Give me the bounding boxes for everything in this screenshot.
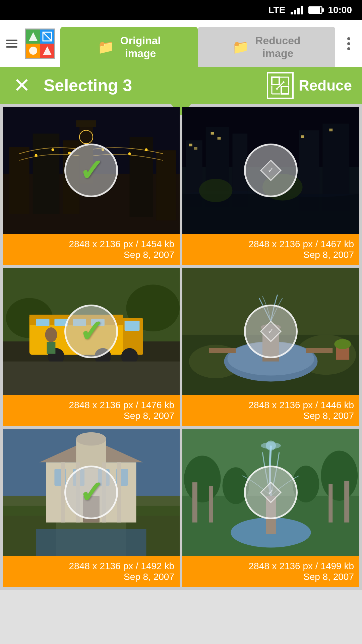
svg-rect-42 bbox=[329, 128, 333, 131]
image-dimensions: 2848 x 2136 px / 1492 kb bbox=[8, 561, 174, 572]
svg-point-77 bbox=[334, 339, 351, 349]
svg-rect-6 bbox=[281, 87, 289, 94]
svg-rect-38 bbox=[194, 147, 197, 150]
selecting-count-label: Selecting 3 bbox=[44, 76, 257, 95]
reduce-label: Reduce bbox=[299, 77, 352, 94]
image-info: 2848 x 2136 px / 1499 kbSep 8, 2007 bbox=[182, 556, 359, 587]
svg-marker-0 bbox=[29, 32, 38, 41]
svg-rect-39 bbox=[211, 132, 214, 135]
svg-point-28 bbox=[128, 152, 131, 155]
folder-icon-reduced: 📁 bbox=[232, 39, 249, 55]
selection-overlay: ✓ bbox=[64, 466, 118, 519]
close-icon: ✕ bbox=[13, 75, 30, 96]
tab-reduced[interactable]: 📁 Reducedimage bbox=[198, 27, 335, 67]
image-date: Sep 8, 2007 bbox=[8, 250, 174, 260]
reduce-button[interactable]: Reduce bbox=[267, 72, 352, 99]
image-grid: ✓2848 x 2136 px / 1454 kbSep 8, 2007 ✓ 2… bbox=[0, 104, 362, 590]
image-date: Sep 8, 2007 bbox=[8, 572, 174, 582]
svg-rect-59 bbox=[125, 321, 140, 331]
svg-rect-114 bbox=[209, 486, 213, 523]
unselected-icon: ✓ bbox=[257, 318, 284, 345]
image-info: 2848 x 2136 px / 1476 kbSep 8, 2007 bbox=[3, 395, 180, 426]
svg-text:✓: ✓ bbox=[267, 487, 274, 496]
svg-rect-37 bbox=[189, 144, 192, 146]
tab-original[interactable]: 📁 Originalimage bbox=[60, 27, 198, 67]
more-options-button[interactable] bbox=[335, 20, 362, 67]
svg-point-23 bbox=[79, 130, 93, 144]
signal-icon bbox=[291, 6, 303, 14]
svg-rect-54 bbox=[36, 319, 50, 326]
app-logo bbox=[23, 27, 57, 60]
svg-rect-65 bbox=[47, 342, 56, 354]
svg-text:✓: ✓ bbox=[267, 165, 274, 174]
image-info: 2848 x 2136 px / 1446 kbSep 8, 2007 bbox=[182, 395, 359, 426]
svg-rect-75 bbox=[306, 348, 333, 353]
svg-rect-97 bbox=[36, 529, 146, 556]
unselected-icon: ✓ bbox=[257, 157, 284, 184]
svg-point-111 bbox=[261, 442, 281, 449]
svg-point-29 bbox=[145, 148, 147, 151]
svg-rect-63 bbox=[3, 362, 180, 395]
tab-reduced-label: Reducedimage bbox=[255, 34, 300, 60]
svg-point-44 bbox=[199, 179, 233, 202]
svg-rect-112 bbox=[192, 482, 197, 523]
svg-point-105 bbox=[321, 450, 358, 500]
selection-overlay: ✓ bbox=[64, 144, 118, 197]
image-dimensions: 2848 x 2136 px / 1446 kb bbox=[188, 400, 354, 411]
unselected-icon: ✓ bbox=[257, 479, 284, 506]
image-date: Sep 8, 2007 bbox=[8, 411, 174, 421]
image-date: Sep 8, 2007 bbox=[188, 572, 354, 582]
svg-point-91 bbox=[76, 432, 106, 446]
image-cell[interactable]: ✓ 2848 x 2136 px / 1446 kbSep 8, 2007 bbox=[182, 268, 359, 426]
image-date: Sep 8, 2007 bbox=[188, 250, 354, 260]
image-cell[interactable]: ✓2848 x 2136 px / 1454 kbSep 8, 2007 bbox=[3, 107, 180, 265]
svg-marker-12 bbox=[283, 81, 285, 84]
battery-icon bbox=[308, 6, 322, 14]
svg-rect-20 bbox=[156, 150, 176, 220]
network-type: LTE bbox=[268, 5, 286, 15]
image-info: 2848 x 2136 px / 1467 kbSep 8, 2007 bbox=[182, 234, 359, 265]
checkmark-selected-icon: ✓ bbox=[79, 477, 104, 507]
selection-overlay: ✓ bbox=[244, 305, 298, 358]
svg-marker-4 bbox=[43, 46, 52, 55]
hamburger-button[interactable] bbox=[0, 20, 23, 67]
svg-rect-40 bbox=[218, 137, 221, 140]
svg-marker-13 bbox=[276, 88, 278, 90]
image-dimensions: 2848 x 2136 px / 1476 kb bbox=[8, 400, 174, 411]
selection-overlay: ✓ bbox=[244, 144, 298, 197]
image-dimensions: 2848 x 2136 px / 1467 kb bbox=[188, 239, 354, 250]
svg-point-104 bbox=[184, 455, 221, 502]
selection-toolbar: ✕ Selecting 3 Reduce bbox=[0, 67, 362, 104]
svg-rect-16 bbox=[9, 147, 29, 214]
selection-overlay: ✓ bbox=[244, 466, 298, 519]
folder-icon-original: 📁 bbox=[98, 39, 114, 55]
svg-point-24 bbox=[35, 154, 38, 157]
status-bar: LTE 10:00 bbox=[0, 0, 362, 20]
svg-text:✓: ✓ bbox=[267, 326, 274, 335]
svg-rect-113 bbox=[344, 481, 349, 523]
svg-line-2 bbox=[43, 32, 52, 41]
svg-rect-19 bbox=[130, 137, 153, 217]
svg-line-11 bbox=[277, 82, 284, 89]
svg-point-3 bbox=[29, 47, 37, 55]
svg-point-64 bbox=[45, 327, 57, 342]
checkmark-selected-icon: ✓ bbox=[79, 316, 104, 346]
svg-rect-17 bbox=[33, 133, 60, 214]
svg-rect-115 bbox=[328, 484, 333, 523]
reduce-icon bbox=[267, 72, 294, 99]
image-cell[interactable]: ✓2848 x 2136 px / 1476 kbSep 8, 2007 bbox=[3, 268, 180, 426]
image-info: 2848 x 2136 px / 1454 kbSep 8, 2007 bbox=[3, 234, 180, 265]
image-dimensions: 2848 x 2136 px / 1499 kb bbox=[188, 561, 354, 572]
image-date: Sep 8, 2007 bbox=[188, 411, 354, 421]
checkmark-selected-icon: ✓ bbox=[79, 155, 104, 185]
svg-rect-22 bbox=[76, 120, 96, 127]
clock: 10:00 bbox=[328, 5, 352, 15]
image-info: 2848 x 2136 px / 1492 kbSep 8, 2007 bbox=[3, 556, 180, 587]
image-cell[interactable]: ✓ 2848 x 2136 px / 1467 kbSep 8, 2007 bbox=[182, 107, 359, 265]
tab-original-label: Originalimage bbox=[120, 34, 161, 60]
image-cell[interactable]: ✓ 2848 x 2136 px / 1499 kbSep 8, 2007 bbox=[182, 429, 359, 587]
image-cell[interactable]: ✓2848 x 2136 px / 1492 kbSep 8, 2007 bbox=[3, 429, 180, 587]
close-selection-button[interactable]: ✕ bbox=[10, 74, 34, 97]
svg-rect-41 bbox=[301, 135, 304, 138]
svg-rect-5 bbox=[272, 77, 279, 85]
